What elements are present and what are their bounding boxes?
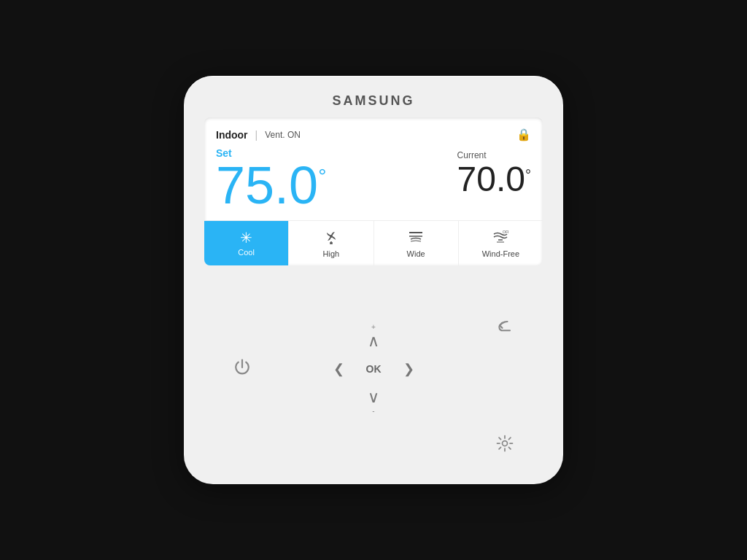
- device-body: SAMSUNG Indoor | Vent. ON 🔒 Set 75.0 ° C…: [184, 76, 563, 484]
- screen-header: Indoor | Vent. ON 🔒: [216, 128, 531, 141]
- minus-label: -: [372, 408, 374, 415]
- current-temp-number: 70.0: [457, 162, 525, 197]
- svg-point-9: [503, 441, 508, 446]
- current-label: Current: [457, 150, 531, 160]
- mode-bar: ✳ Cool High: [204, 220, 543, 265]
- dpad: + OK: [322, 321, 425, 417]
- display-screen: Indoor | Vent. ON 🔒 Set 75.0 ° Current 7…: [204, 117, 543, 265]
- current-temperature: Current 70.0 °: [457, 147, 531, 197]
- plus-label: +: [371, 324, 376, 331]
- fan-icon: [323, 228, 339, 246]
- down-button[interactable]: [368, 388, 379, 407]
- mode-wind-free[interactable]: OFF Wind-Free: [459, 221, 543, 265]
- chevron-right-icon: [403, 361, 414, 377]
- right-button[interactable]: [403, 361, 414, 377]
- power-icon: [232, 357, 252, 378]
- temperature-area: Set 75.0 ° Current 70.0 °: [216, 147, 531, 211]
- left-button[interactable]: [333, 361, 344, 377]
- cool-label: Cool: [238, 248, 255, 257]
- up-button[interactable]: [368, 332, 379, 351]
- wide-label: Wide: [407, 249, 425, 258]
- wind-free-icon: OFF: [492, 228, 508, 246]
- back-icon: [495, 316, 515, 337]
- back-button[interactable]: [489, 311, 521, 343]
- svg-point-0: [330, 235, 333, 238]
- separator: |: [255, 129, 258, 141]
- wind-free-label: Wind-Free: [482, 249, 519, 258]
- brand-name: SAMSUNG: [332, 93, 414, 109]
- fan-label: High: [323, 249, 340, 258]
- controls-area: + OK: [204, 265, 543, 470]
- location-label: Indoor: [216, 129, 248, 141]
- svg-text:OFF: OFF: [503, 230, 508, 234]
- cool-icon: ✳: [240, 230, 252, 245]
- settings-button[interactable]: [489, 427, 521, 459]
- set-temp-number: 75.0: [216, 159, 318, 211]
- chevron-down-icon: [368, 388, 379, 407]
- set-temperature: Set 75.0 °: [216, 147, 326, 211]
- chevron-left-icon: [333, 361, 344, 377]
- chevron-up-icon: [368, 332, 379, 351]
- mode-cool[interactable]: ✳ Cool: [204, 221, 289, 265]
- current-degree: °: [525, 168, 531, 182]
- set-degree: °: [318, 166, 326, 187]
- ok-button[interactable]: OK: [366, 363, 382, 375]
- settings-icon: [495, 433, 515, 454]
- screen-header-left: Indoor | Vent. ON: [216, 129, 301, 141]
- set-temp-value: 75.0 °: [216, 159, 326, 211]
- mode-fan[interactable]: High: [289, 221, 374, 265]
- current-temp-value: 70.0 °: [457, 162, 531, 197]
- lock-icon: 🔒: [516, 128, 531, 141]
- mode-wide[interactable]: Wide: [374, 221, 459, 265]
- wide-icon: [408, 228, 424, 246]
- power-button[interactable]: [226, 351, 258, 384]
- vent-status: Vent. ON: [265, 130, 301, 140]
